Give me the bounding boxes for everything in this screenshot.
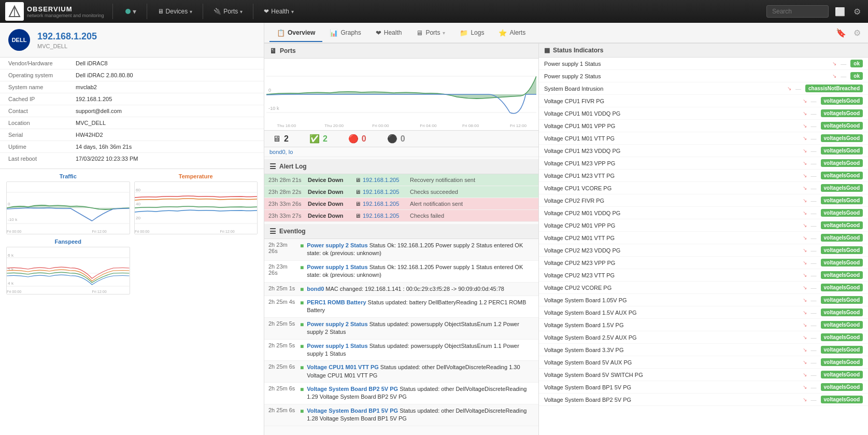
arrow-down-icon: ↘ [803,272,807,278]
settings-icon[interactable]: ⚙ [851,26,863,40]
eventlog-row: 2h 23m 26s ■ Power supply 1 Status Statu… [264,261,538,283]
alert-device[interactable]: 🖥 192.168.1.205 [355,201,407,207]
eventlog-rows: 2h 23m 26s ■ Power supply 2 Status Statu… [264,239,538,426]
logo[interactable]: OBSERVIUM network management and monitor… [5,2,104,21]
ports-disabled-count: 0 [401,134,405,144]
eventlog-row: 2h 23m 26s ■ Power supply 2 Status Statu… [264,239,538,261]
status-indicator-row: Voltage CPU1 M23 VTT PG ↘ — voltageIsGoo… [539,170,868,182]
health-tab-icon: ❤ [376,29,381,37]
nav-ports[interactable]: 🔌 Ports ▾ [209,6,247,17]
fanspeed-chart-area: 6 k 5 k 4 k Fri 00:00 Fri 12:00 [6,247,130,294]
alert-device-ip: 192.168.1.205 [363,213,399,219]
ports-chevron-icon: ▾ [240,9,243,15]
info-row-uptime: Uptime 14 days, 16h 36m 21s [0,141,264,153]
arrow-down-icon: ↘ [803,160,807,166]
status-indicator-row: Voltage System Board 5V SWITCH PG ↘ — vo… [539,369,868,381]
status-indicator-row: Voltage CPU2 M01 VTT PG ↘ — voltageIsGoo… [539,232,868,244]
ports-tab-icon: 🖥 [416,29,423,37]
event-highlight: Voltage System Board BP1 5V PG [307,408,398,414]
status-badge: voltageIsGood [821,122,863,130]
alert-device[interactable]: 🖥 192.168.1.205 [355,213,407,219]
arrow-down-icon: ↘ [803,135,807,141]
arrow-down-icon: ↘ [803,198,807,203]
info-row-vendor: Vendor/Hardware Dell iDRAC8 [0,58,264,69]
alert-device[interactable]: 🖥 192.168.1.205 [355,189,407,195]
ports-up-count: 2 [323,134,328,144]
status-arrows: ↘ [803,110,807,116]
eventlog-section: ☰ Eventlog 2h 23m 26s ■ Power supply 2 S… [264,224,538,426]
alert-device[interactable]: 🖥 192.168.1.205 [355,177,407,183]
status-badge: chassisNotBreached [805,85,863,92]
status-separator: — [811,359,817,366]
status-separator: — [811,235,817,241]
arrow-down-icon: ↘ [803,148,807,153]
tab-overview-label: Overview [288,29,315,36]
nav-ports-label: Ports [223,8,238,15]
status-separator: — [811,372,817,378]
status-indicator-row: System Board Intrusion ↘ — chassisNotBre… [539,82,868,95]
search-input[interactable] [766,5,829,18]
info-row-serial: Serial HW42HD2 [0,129,264,141]
status-indicator-row: Voltage System Board 1.05V PG ↘ — voltag… [539,294,868,306]
logo-subtitle: network management and monitoring [27,13,104,18]
eventlog-row: 2h 25m 1s ■ bond0 MAC changed: 192.168.1… [264,283,538,296]
ports-up-icon: ✅ [309,134,320,144]
gear-icon[interactable]: ⚙ [851,5,863,19]
device-tab-bar: 📋 Overview 📊 Graphs ❤ Health 🖥 Ports ▾ 📁… [264,23,868,44]
tab-graphs[interactable]: 📊 Graphs [322,25,368,42]
bookmark-icon[interactable]: 🔖 [834,26,848,40]
logs-tab-icon: 📁 [460,29,468,37]
nav-devices[interactable]: 🖥 Devices ▾ [153,6,197,17]
status-indicator-name: Voltage CPU2 M23 VPP PG [544,260,803,266]
event-status-icon: ■ [300,343,304,350]
logo-title: OBSERVIUM [27,5,104,13]
status-indicator-row: Power supply 2 Status ↘ — ok [539,70,868,82]
status-indicator-name: System Board Intrusion [544,86,787,92]
arrow-down-icon: ↘ [803,123,807,129]
nav-divider-3 [203,4,203,19]
status-arrows: ↘ [803,322,807,328]
status-badge: voltageIsGood [821,271,863,279]
ports-chart-container: 0 -10 k Thu 16:00 Thu 20:00 Fri 00:00 Fr [264,59,538,131]
temperature-chart: Temperature 60 40 20 [134,173,258,234]
status-arrows: ↘ [803,235,807,241]
status-indicator-row: Voltage System Board 3.3V PG ↘ — voltage… [539,344,868,356]
ports-link[interactable]: bond0, lo [264,147,538,157]
tab-overview[interactable]: 📋 Overview [269,25,322,42]
svg-text:Fri 00:00: Fri 00:00 [7,290,21,294]
tab-ports[interactable]: 🖥 Ports ▾ [409,25,452,42]
svg-text:Fri 00:00: Fri 00:00 [135,230,149,234]
status-separator: — [811,260,817,266]
alert-device-ip: 192.168.1.205 [363,189,399,195]
value-reboot: 17/03/2022 10:23:33 PM [76,156,138,162]
label-uptime: Uptime [8,144,76,150]
status-indicator-row: Voltage CPU1 M01 VPP PG ↘ — voltageIsGoo… [539,120,868,132]
temperature-chart-area: 60 40 20 Fri 00:00 Fri 1 [134,181,258,234]
status-arrows: ↘ [803,98,807,104]
nav-health[interactable]: ❤ Health ▾ [260,6,298,17]
top-right-actions: ⬜ ⚙ [766,5,863,19]
status-arrows: ↘ [803,334,807,340]
status-arrows: ↘ [803,222,807,228]
event-highlight: Power supply 2 Status [307,242,367,248]
status-indicator-name: Voltage CPU2 M23 VDDQ PG [544,247,803,254]
tab-logs[interactable]: 📁 Logs [452,25,491,42]
tab-health[interactable]: ❤ Health [368,25,409,42]
alert-log-row: 23h 33m 27s Device Down 🖥 192.168.1.205 … [264,210,538,222]
screen-icon[interactable]: ⬜ [833,5,847,19]
fanspeed-chart-title: Fanspeed [6,238,130,245]
value-vendor: Dell iDRAC8 [76,60,108,66]
tab-alerts[interactable]: ⭐ Alerts [491,25,533,42]
status-separator: — [811,173,817,179]
status-arrows: ↘ [803,297,807,303]
status-indicator-name: Voltage System Board BP1 5V PG [544,384,803,390]
event-time: 2h 23m 26s [268,263,297,276]
status-arrows: ↘ [832,61,836,66]
status-badge: ok [850,60,863,67]
alert-log-row: 23h 28m 22s Device Down 🖥 192.168.1.205 … [264,186,538,198]
status-separator: — [811,148,817,154]
status-indicator-row: Voltage System Board 1.5V AUX PG ↘ — vol… [539,306,868,319]
charts-section: Traffic 0 -10 k [0,169,264,435]
status-indicator[interactable]: ▾ [121,5,140,18]
dell-logo: DELL [8,29,30,51]
